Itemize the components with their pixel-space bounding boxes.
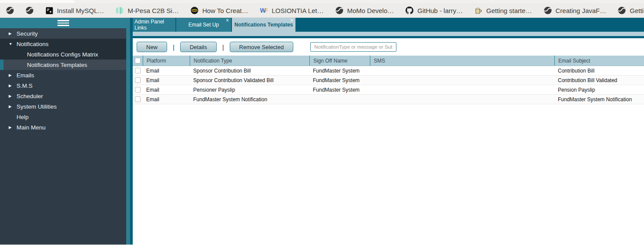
cell-email-subject: Contribution Bill xyxy=(554,68,644,74)
chevron-right-icon: ▶ xyxy=(9,104,13,109)
cell-platform: Email xyxy=(143,77,190,83)
bookmarks-bar: Install MySQL… M-Pesa C2B Si… How To Cre… xyxy=(0,0,644,18)
sidebar-item-sms[interactable]: ▶ S.M.S xyxy=(0,80,126,91)
sidebar-item-label: Scheduler xyxy=(17,93,43,99)
sidebar-divider-light xyxy=(126,18,130,245)
new-button[interactable]: New xyxy=(137,42,167,52)
cell-notification-type: FundMaster System Notification xyxy=(190,96,309,103)
tab-email-set-up[interactable]: Email Set Up × xyxy=(176,18,231,32)
bookmark-label: How To Creat… xyxy=(202,7,248,14)
select-all-checkbox[interactable] xyxy=(135,58,141,63)
bookmark-label: M-Pesa C2B Si… xyxy=(127,7,179,14)
bookmark-item[interactable]: Creating JavaF… xyxy=(544,7,607,14)
sidebar-item-label: Notifications Configs Matrix xyxy=(27,51,98,58)
sidebar-collapse-button[interactable] xyxy=(0,18,126,28)
bookmark-item[interactable]: MoMo Develo… xyxy=(335,7,394,14)
bookmark-item[interactable]: How To Creat… xyxy=(191,7,248,14)
content-filler xyxy=(133,104,644,245)
toolbar: New | Details | Remove Selected xyxy=(133,38,644,56)
sidebar-item-label: Security xyxy=(17,30,38,37)
sidebar-item-label: Notifications Templates xyxy=(27,62,87,68)
table-row[interactable]: Email FundMaster System Notification Fun… xyxy=(133,95,644,104)
tab-label: Notifications Templates xyxy=(235,22,293,28)
close-icon[interactable]: × xyxy=(226,18,229,23)
table-header: Platform Notification Type Sign Off Name… xyxy=(133,56,644,66)
sidebar-item-label: Emails xyxy=(17,72,34,79)
row-checkbox[interactable] xyxy=(135,68,141,73)
chevron-right-icon: ▶ xyxy=(9,83,13,88)
sidebar-item-notifications-configs-matrix[interactable]: Notifications Configs Matrix xyxy=(0,49,126,60)
remove-selected-button[interactable]: Remove Selected xyxy=(230,42,294,52)
row-checkbox[interactable] xyxy=(135,87,141,93)
table-row[interactable]: Email Sponsor Contribution Validated Bil… xyxy=(133,76,644,85)
details-button[interactable]: Details xyxy=(180,42,217,52)
bookmark-item[interactable]: Install MySQL… xyxy=(45,7,104,14)
coffee-mug-icon xyxy=(474,7,482,14)
column-header-email-subject[interactable]: Email Subject xyxy=(554,56,644,66)
sidebar-item-security[interactable]: ▶ Security xyxy=(0,28,126,39)
bookmark-item[interactable]: Getting Starte… xyxy=(618,7,644,14)
column-header-sms[interactable]: SMS xyxy=(370,56,554,66)
main-content: Admin Panel Links Email Set Up × Notific… xyxy=(133,18,644,245)
cell-notification-type: Pensioner Payslip xyxy=(190,87,309,93)
tab-notifications-templates[interactable]: Notifications Templates × xyxy=(232,18,295,32)
chevron-right-icon: ▶ xyxy=(9,31,13,36)
dark-sphere-icon xyxy=(191,7,198,14)
cell-email-subject: FundMaster System Notification xyxy=(554,96,644,103)
sidebar-item-notifications-templates[interactable]: Notifications Templates xyxy=(0,60,126,70)
chevron-down-icon: ▼ xyxy=(9,42,13,46)
search-input[interactable] xyxy=(310,42,396,52)
cell-sign-off-name: FundMaster System xyxy=(309,77,370,83)
sidebar-item-main-menu[interactable]: ▶ Main Menu xyxy=(0,122,126,132)
sidebar-nav: ▶ Security ▼ Notifications Notifications… xyxy=(0,28,126,132)
cell-notification-type: Sponsor Contribution Bill xyxy=(190,68,309,74)
cell-email-subject: Contribution Bill Validated xyxy=(554,77,644,83)
sidebar: ▶ Security ▼ Notifications Notifications… xyxy=(0,18,126,245)
browser-chrome-strip xyxy=(0,0,644,3)
column-header-platform[interactable]: Platform xyxy=(143,56,190,66)
tab-admin-panel-links[interactable]: Admin Panel Links xyxy=(133,18,175,32)
sidebar-item-notifications[interactable]: ▼ Notifications xyxy=(0,39,126,49)
github-icon xyxy=(406,7,413,14)
globe-icon xyxy=(335,7,343,14)
sidebar-item-emails[interactable]: ▶ Emails xyxy=(0,70,126,80)
cell-notification-type: Sponsor Contribution Validated Bill xyxy=(190,77,309,83)
mpesa-favicon xyxy=(116,7,124,14)
bookmark-label: MoMo Develo… xyxy=(347,7,394,14)
table-row[interactable]: Email Sponsor Contribution Bill FundMast… xyxy=(133,66,644,76)
chevron-right-icon: ▶ xyxy=(9,73,13,77)
table-row[interactable]: Email Pensioner Payslip FundMaster Syste… xyxy=(133,85,644,95)
bookmark-list: Install MySQL… M-Pesa C2B Si… How To Cre… xyxy=(0,3,644,18)
toolbar-separator: | xyxy=(173,43,174,51)
bookmark-item[interactable]: GitHub - larry… xyxy=(406,7,463,14)
bookmark-label: Install MySQL… xyxy=(57,7,104,14)
hamburger-icon xyxy=(57,20,69,26)
content-top-band xyxy=(133,32,644,36)
bookmark-label: GitHub - larry… xyxy=(417,7,463,14)
row-checkbox[interactable] xyxy=(135,96,141,102)
column-header-sign-off-name[interactable]: Sign Off Name xyxy=(309,56,370,66)
chevron-right-icon: ▶ xyxy=(9,94,13,98)
bookmark-item[interactable] xyxy=(6,7,14,14)
cell-email-subject: Pension Payslip xyxy=(554,87,644,93)
bookmark-item[interactable]: WF LOSIONTIA Let… xyxy=(260,7,324,14)
cell-sign-off-name: FundMaster System xyxy=(309,87,370,93)
row-checkbox[interactable] xyxy=(135,77,141,83)
bookmark-item[interactable]: M-Pesa C2B Si… xyxy=(116,7,179,14)
column-header-notification-type[interactable]: Notification Type xyxy=(190,56,309,66)
close-icon[interactable]: × xyxy=(290,18,293,23)
sidebar-item-label: Main Menu xyxy=(17,124,46,131)
sidebar-item-label: Notifications xyxy=(17,41,49,47)
bookmark-item[interactable]: Getting starte… xyxy=(474,7,532,14)
cell-platform: Email xyxy=(143,96,190,103)
globe-icon xyxy=(26,7,34,14)
globe-icon xyxy=(6,7,14,14)
tab-label: Email Set Up xyxy=(188,22,219,28)
sidebar-item-system-utilities[interactable]: ▶ System Utilities xyxy=(0,101,126,112)
bookmark-item[interactable] xyxy=(26,7,34,14)
toolbar-separator: | xyxy=(222,43,224,51)
cell-platform: Email xyxy=(143,68,190,74)
sidebar-item-help[interactable]: Help xyxy=(0,112,126,122)
sidebar-item-scheduler[interactable]: ▶ Scheduler xyxy=(0,91,126,101)
globe-icon xyxy=(544,7,552,14)
